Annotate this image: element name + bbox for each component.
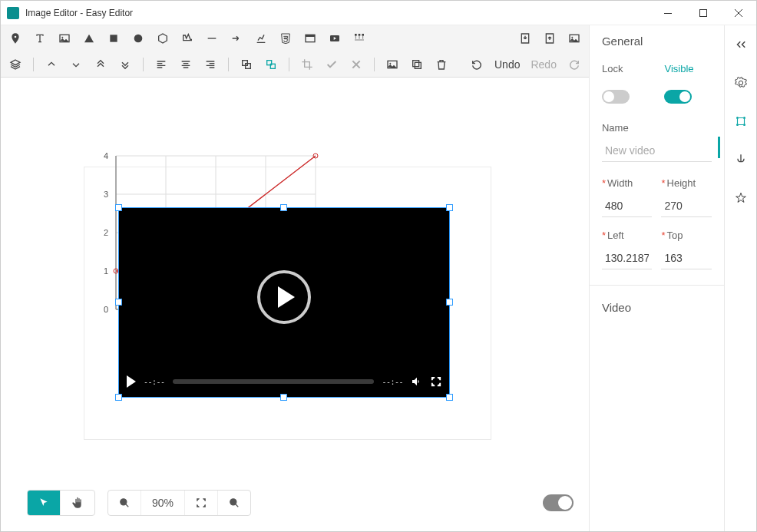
svg-line-45 [126, 504, 129, 507]
play-overlay-icon[interactable] [257, 270, 311, 324]
properties-panel: General Lock Visible Name *Width *Height [589, 25, 724, 531]
bring-forward-icon[interactable] [45, 58, 58, 71]
svg-point-5 [61, 37, 63, 38]
group-icon[interactable] [240, 58, 253, 71]
resize-handle[interactable] [280, 394, 287, 401]
element-icon[interactable] [352, 31, 366, 45]
resize-handle[interactable] [446, 394, 453, 401]
gear-icon[interactable] [734, 76, 748, 90]
line-icon[interactable] [205, 31, 219, 45]
duplicate-image-icon[interactable] [385, 58, 399, 71]
svg-rect-8 [208, 38, 217, 38]
redo-icon [567, 58, 581, 71]
undo-icon[interactable] [470, 58, 484, 71]
preview-toggle[interactable] [543, 494, 574, 511]
text-icon[interactable] [33, 31, 47, 45]
check-icon[interactable] [325, 58, 339, 71]
section-video[interactable]: Video [602, 301, 712, 314]
circle-icon[interactable] [131, 31, 145, 45]
lock-toggle[interactable] [602, 90, 630, 104]
svg-text:0: 0 [104, 305, 108, 314]
close-button[interactable] [721, 1, 756, 25]
upload-icon[interactable] [543, 31, 557, 45]
minimize-button[interactable] [650, 1, 686, 25]
animation-icon[interactable] [734, 153, 748, 167]
crop-icon[interactable] [300, 58, 314, 71]
select-tool-button[interactable] [28, 491, 61, 515]
iframe-icon[interactable] [303, 31, 317, 45]
svg-rect-10 [306, 35, 315, 37]
expand-icon[interactable] [734, 38, 748, 51]
width-input[interactable] [602, 195, 653, 217]
align-right-icon[interactable] [203, 58, 217, 71]
html-icon[interactable] [279, 31, 293, 45]
svg-point-52 [743, 117, 745, 119]
time-current: --:-- [144, 378, 165, 386]
pan-tool-button[interactable] [61, 491, 94, 515]
svg-point-54 [743, 124, 745, 126]
delete-icon[interactable] [435, 58, 448, 71]
send-backward-icon[interactable] [69, 58, 83, 71]
app-icon [7, 7, 19, 19]
resize-handle[interactable] [446, 299, 453, 306]
fullscreen-icon[interactable] [431, 376, 441, 387]
video-icon[interactable] [328, 31, 342, 45]
image-icon[interactable] [58, 31, 71, 45]
copy-icon[interactable] [410, 58, 424, 71]
star-icon[interactable] [734, 191, 748, 205]
resize-handle[interactable] [280, 204, 287, 211]
layers-icon[interactable] [8, 58, 22, 71]
resize-handle[interactable] [446, 204, 453, 211]
rail-active-indicator [718, 137, 720, 158]
download-icon[interactable] [518, 31, 532, 45]
zoom-out-button[interactable] [108, 491, 141, 515]
play-icon[interactable] [127, 375, 136, 388]
triangle-icon[interactable] [82, 31, 96, 45]
section-general: General [602, 35, 712, 48]
svg-rect-13 [359, 34, 361, 36]
zoom-level[interactable]: 90% [141, 491, 185, 515]
zoom-in-button[interactable] [218, 491, 250, 515]
video-element[interactable]: --:-- --:-- [119, 208, 449, 397]
visible-label: Visible [664, 63, 712, 74]
bring-front-icon[interactable] [94, 58, 107, 71]
volume-icon[interactable] [411, 375, 423, 388]
resize-handle[interactable] [115, 299, 122, 306]
chart-icon[interactable] [254, 31, 268, 45]
undo-label[interactable]: Undo [494, 58, 520, 71]
maximize-button[interactable] [686, 1, 721, 25]
cancel-icon[interactable] [349, 58, 363, 71]
name-input[interactable] [602, 140, 712, 162]
save-image-icon[interactable] [567, 31, 581, 45]
resize-handle[interactable] [115, 204, 122, 211]
visible-toggle[interactable] [664, 90, 692, 104]
resize-handle[interactable] [115, 394, 122, 401]
svg-rect-24 [415, 62, 421, 68]
toolbar-edit: Undo Redo [1, 51, 589, 78]
svg-rect-23 [413, 60, 419, 66]
zoom-fit-button[interactable] [185, 491, 218, 515]
svg-rect-6 [110, 35, 117, 41]
align-left-icon[interactable] [154, 58, 168, 71]
align-center-icon[interactable] [179, 58, 193, 71]
height-input[interactable] [661, 195, 712, 217]
svg-point-7 [134, 35, 143, 43]
send-back-icon[interactable] [118, 58, 132, 71]
top-input[interactable] [661, 247, 712, 269]
node-settings-icon[interactable] [734, 114, 748, 128]
tool-mode-group [27, 490, 95, 516]
cube-icon[interactable] [156, 31, 170, 45]
left-input[interactable] [602, 247, 653, 269]
svg-point-53 [736, 124, 739, 126]
svg-rect-14 [362, 34, 364, 36]
ungroup-icon[interactable] [264, 58, 278, 71]
canvas[interactable]: 4 3 2 1 0 --:-- --:-- [1, 78, 589, 531]
square-icon[interactable] [107, 31, 121, 45]
svg-point-16 [571, 37, 573, 38]
polygon-icon[interactable] [180, 31, 194, 45]
marker-icon[interactable] [8, 31, 22, 45]
arrow-icon[interactable] [230, 31, 243, 45]
height-label: Height [667, 177, 696, 189]
seek-bar[interactable] [173, 379, 375, 384]
toolbar-shapes [1, 25, 589, 51]
